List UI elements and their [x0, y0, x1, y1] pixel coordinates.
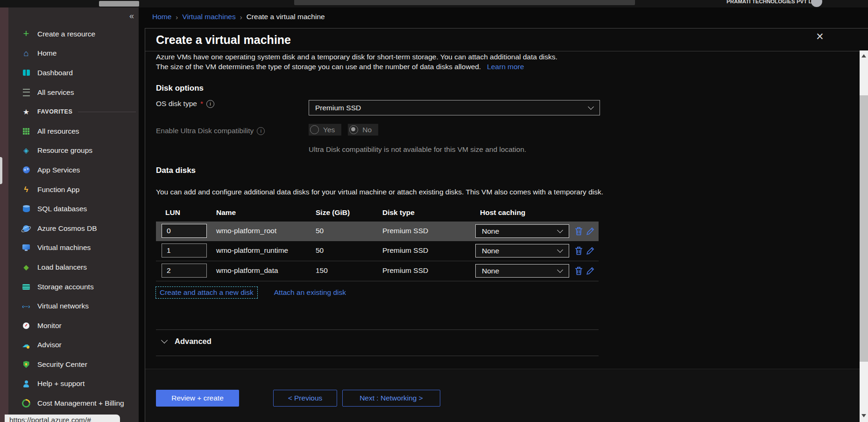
sidebar-item-all-resources[interactable]: All resources: [8, 122, 139, 141]
sidebar-item-load-balancers[interactable]: ◆ Load balancers: [8, 257, 139, 277]
scroll-down-arrow-icon[interactable]: [861, 414, 866, 417]
trash-icon[interactable]: [575, 227, 584, 236]
sidebar-item-resource-groups[interactable]: ◈ Resource groups: [8, 141, 139, 161]
column-header-host-caching: Host caching: [480, 208, 525, 217]
sidebar-item-cost-management-billing[interactable]: Cost Management + Billing: [8, 393, 139, 413]
learn-more-link[interactable]: Learn more: [487, 63, 524, 71]
storage-accounts-icon: [21, 282, 32, 292]
tenant-name[interactable]: PRAMATI TECHNOLOGIES PVT L...: [727, 0, 816, 4]
chevron-down-icon: [557, 227, 563, 233]
table-row: wmo-platform_runtime 50 Premium SSD None: [156, 241, 599, 261]
radio-yes[interactable]: Yes: [309, 124, 341, 136]
disk-name: wmo-platform_runtime: [216, 246, 288, 255]
lun-input[interactable]: [162, 264, 207, 278]
sidebar-item-dashboard[interactable]: Dashboard: [8, 63, 139, 83]
divider: [156, 329, 599, 330]
column-header-disk-type: Disk type: [382, 208, 415, 217]
sidebar-item-monitor[interactable]: Monitor: [8, 316, 139, 336]
breadcrumb-home-link[interactable]: Home: [152, 13, 171, 21]
content-area: Home › Virtual machines › Create a virtu…: [139, 7, 868, 422]
lun-input[interactable]: [162, 224, 207, 238]
intro-text: Azure VMs have one operating system disk…: [156, 52, 611, 72]
host-caching-dropdown[interactable]: None: [475, 244, 569, 257]
sidebar-item-all-services[interactable]: All services: [8, 83, 139, 102]
data-disks-description: You can add and configure additional dat…: [156, 186, 607, 198]
intro-line1: Azure VMs have one operating system disk…: [156, 52, 611, 62]
sidebar-item-sql-databases[interactable]: SQL databases: [8, 199, 139, 219]
radio-yes-circle[interactable]: [310, 125, 319, 134]
sidebar-top-scrollbar[interactable]: [99, 1, 139, 7]
sidebar-item-virtual-networks[interactable]: ‹··› Virtual networks: [8, 296, 139, 316]
sidebar-item-advisor[interactable]: ☁ Advisor: [8, 336, 139, 355]
disk-name: wmo-platform_root: [216, 227, 276, 235]
sidebar-item-home[interactable]: ⌂ Home: [8, 44, 139, 64]
cost-management-icon: [21, 399, 32, 408]
vertical-scrollbar: [860, 50, 868, 422]
data-disks-table: LUN Name Size (GiB) Disk type Host cachi…: [156, 204, 599, 281]
sidebar-item-storage-accounts[interactable]: Storage accounts: [8, 277, 139, 297]
divider: [156, 356, 599, 356]
ultra-disk-radio-group: Yes No: [309, 124, 378, 136]
sidebar-item-azure-cosmos-db[interactable]: Azure Cosmos DB: [8, 219, 139, 238]
advanced-label: Advanced: [175, 337, 212, 346]
left-edge-handle[interactable]: [0, 157, 2, 184]
chevron-down-icon: [588, 104, 594, 110]
virtual-networks-icon: ‹··›: [21, 301, 32, 311]
table-header-row: LUN Name Size (GiB) Disk type Host cachi…: [156, 204, 599, 222]
azure-portal-screen: PRAMATI TECHNOLOGIES PVT L... « + Create…: [0, 0, 868, 422]
scrollbar-thumb[interactable]: [860, 95, 868, 362]
trash-icon[interactable]: [575, 266, 584, 276]
column-header-lun: LUN: [165, 208, 180, 217]
info-icon[interactable]: i: [257, 127, 265, 135]
sidebar-item-security-center[interactable]: Security Center: [8, 355, 139, 374]
status-url: https://portal.azure.com/#: [5, 415, 120, 422]
app-services-icon: [21, 165, 32, 175]
previous-button[interactable]: < Previous: [273, 390, 337, 407]
global-search-box[interactable]: [294, 0, 635, 5]
sidebar-collapse-icon[interactable]: «: [129, 11, 134, 21]
panel-footer: Review + create < Previous Next : Networ…: [145, 369, 868, 422]
breadcrumb-virtual-machines-link[interactable]: Virtual machines: [182, 13, 235, 21]
avatar[interactable]: [811, 0, 822, 7]
breadcrumb-separator: ›: [240, 13, 242, 21]
disk-name: wmo-platform_data: [216, 266, 278, 275]
pencil-icon[interactable]: [586, 266, 595, 276]
ultra-disk-label: Enable Ultra Disk compatibility i: [156, 127, 265, 135]
chevron-down-icon: [557, 247, 563, 253]
sidebar-item-app-services[interactable]: App Services: [8, 160, 139, 180]
pencil-icon[interactable]: [586, 246, 595, 256]
data-disks-heading: Data disks: [156, 166, 196, 175]
plus-icon: +: [21, 29, 32, 39]
close-icon[interactable]: ×: [816, 29, 824, 44]
help-support-icon: [21, 379, 32, 388]
scroll-up-arrow-icon[interactable]: [861, 54, 866, 57]
host-caching-dropdown[interactable]: None: [475, 224, 569, 238]
sql-databases-icon: [21, 204, 32, 214]
sidebar-item-virtual-machines[interactable]: Virtual machines: [8, 238, 139, 258]
intro-line2: The size of the VM determines the type o…: [156, 62, 611, 72]
attach-existing-disk-link[interactable]: Attach an existing disk: [274, 288, 346, 297]
column-header-name: Name: [216, 208, 236, 217]
os-disk-type-dropdown[interactable]: Premium SSD: [309, 100, 600, 115]
radio-no[interactable]: No: [348, 124, 378, 136]
create-and-attach-new-disk-link[interactable]: Create and attach a new disk: [155, 286, 258, 299]
sidebar-section-favorites: ★ FAVORITES: [8, 102, 139, 122]
radio-no-circle[interactable]: [349, 125, 358, 134]
load-balancers-icon: ◆: [21, 263, 32, 272]
ultra-disk-note: Ultra Disk compatibility is not availabl…: [309, 145, 526, 154]
title-divider: [145, 51, 868, 51]
trash-icon[interactable]: [575, 246, 584, 256]
favorites-divider: [78, 112, 136, 112]
host-caching-dropdown[interactable]: None: [475, 264, 569, 278]
advanced-section-toggle[interactable]: Advanced: [162, 337, 212, 346]
pencil-icon[interactable]: [586, 227, 595, 236]
sidebar: « + Create a resource ⌂ Home Dashboard A…: [8, 7, 139, 422]
lun-input[interactable]: [162, 243, 207, 257]
disk-type: Premium SSD: [382, 266, 428, 275]
next-networking-button[interactable]: Next : Networking >: [342, 390, 440, 407]
sidebar-item-create-a-resource[interactable]: + Create a resource: [8, 24, 139, 44]
review-create-button[interactable]: Review + create: [156, 390, 239, 407]
sidebar-item-function-app[interactable]: ϟ Function App: [8, 180, 139, 200]
info-icon[interactable]: i: [206, 100, 214, 108]
sidebar-item-help-support[interactable]: Help + support: [8, 374, 139, 394]
